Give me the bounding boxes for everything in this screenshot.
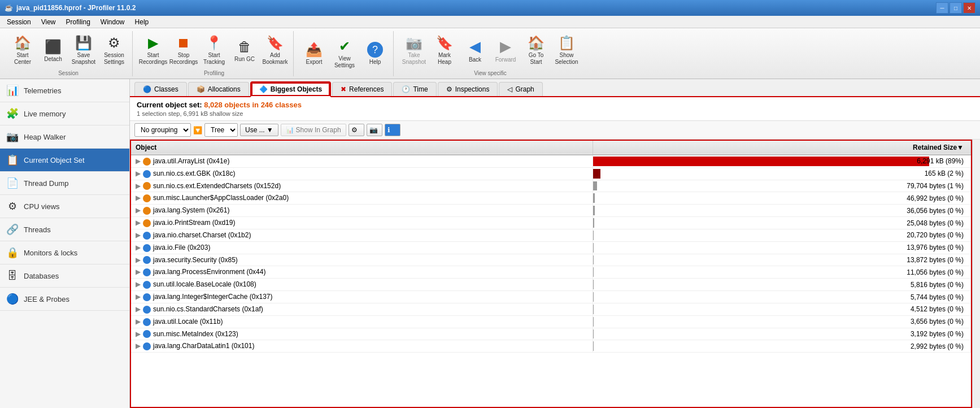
table-row[interactable]: ▶java.lang.CharDataLatin1 (0x101)2,992 b… — [131, 340, 971, 353]
tab-references[interactable]: ✖ References — [332, 82, 392, 96]
view-settings-button[interactable]: ✔ ViewSettings — [330, 36, 359, 72]
menu-window[interactable]: Window — [96, 17, 129, 27]
show-selection-button[interactable]: 📋 ShowSelection — [552, 32, 581, 68]
expand-icon[interactable]: ▶ — [136, 293, 141, 301]
save-snapshot-button[interactable]: 💾 SaveSnapshot — [69, 32, 98, 68]
tab-allocations[interactable]: 📦 Allocations — [188, 82, 249, 96]
settings-icon-button[interactable]: ⚙ — [349, 124, 364, 136]
expand-icon[interactable]: ▶ — [136, 244, 141, 251]
use-label: Use ... — [245, 126, 265, 134]
sidebar-item-live-memory[interactable]: 🧩 Live memory — [0, 102, 129, 125]
size-bar — [593, 255, 594, 265]
sidebar-item-databases[interactable]: 🗄 Databases — [0, 264, 129, 288]
expand-icon[interactable]: ▶ — [136, 219, 141, 227]
tab-classes[interactable]: 🔵 Classes — [134, 82, 187, 96]
run-gc-button[interactable]: 🗑 Run GC — [230, 32, 259, 68]
maximize-button[interactable]: □ — [949, 2, 962, 14]
screenshot-button[interactable]: 📷 — [367, 124, 382, 136]
tab-graph[interactable]: ◁ Graph — [499, 82, 542, 96]
table-row[interactable]: ▶sun.nio.cs.ext.ExtendedCharsets (0x152d… — [131, 180, 971, 192]
menu-help[interactable]: Help — [130, 17, 154, 27]
help-button[interactable]: ? Help — [360, 36, 390, 72]
session-settings-button[interactable]: ⚙ SessionSettings — [99, 32, 129, 68]
tab-inspections[interactable]: ⚙ Inspections — [438, 82, 498, 96]
show-selection-label: ShowSelection — [555, 52, 578, 66]
expand-icon[interactable]: ▶ — [136, 305, 141, 313]
expand-icon[interactable]: ▶ — [136, 194, 141, 202]
toolbar: 🏠 StartCenter ⬛ Detach 💾 SaveSnapshot ⚙ … — [0, 28, 980, 79]
sidebar-item-telemetries[interactable]: 📊 Telemetries — [0, 79, 129, 102]
sidebar-item-jee-probes[interactable]: 🔵 JEE & Probes — [0, 288, 129, 311]
sidebar-item-threads[interactable]: 🔗 Threads — [0, 218, 129, 241]
table-row[interactable]: ▶sun.util.locale.BaseLocale (0x108)5,816… — [131, 279, 971, 291]
stop-recordings-button[interactable]: ⏹ StopRecordings — [169, 32, 198, 68]
expand-icon[interactable]: ▶ — [136, 318, 141, 325]
sidebar-item-thread-dump[interactable]: 📄 Thread Dump — [0, 172, 129, 195]
export-button[interactable]: 📤 Export — [299, 36, 329, 72]
table-row[interactable]: ▶java.io.PrintStream (0xd19)25,048 bytes… — [131, 217, 971, 229]
expand-icon[interactable]: ▶ — [136, 280, 141, 288]
minimize-button[interactable]: ─ — [936, 2, 948, 14]
forward-button[interactable]: ▶ Forward — [491, 32, 520, 68]
expand-icon[interactable]: ▶ — [136, 256, 141, 264]
table-row[interactable]: ▶java.util.Locale (0x11b)3,656 bytes (0 … — [131, 315, 971, 328]
close-button[interactable]: ✕ — [963, 2, 975, 14]
use-button[interactable]: Use ... ▼ — [240, 124, 278, 136]
go-to-start-icon: 🏠 — [528, 35, 545, 51]
table-row[interactable]: ▶sun.misc.Launcher$AppClassLoader (0x2a0… — [131, 192, 971, 205]
take-snapshot-label: TakeSnapshot — [402, 52, 426, 66]
info-icon-button[interactable]: ℹ — [385, 124, 400, 136]
expand-icon[interactable]: ▶ — [136, 157, 141, 165]
expand-icon[interactable]: ▶ — [136, 330, 141, 338]
menu-view[interactable]: View — [37, 17, 60, 27]
expand-icon[interactable]: ▶ — [136, 268, 141, 276]
table-row[interactable]: ▶java.lang.ProcessEnvironment (0x44)11,0… — [131, 266, 971, 279]
mark-heap-button[interactable]: 🔖 MarkHeap — [430, 32, 459, 68]
size-text: 6,291 kB (89%) — [917, 157, 966, 165]
table-row[interactable]: ▶java.nio.charset.Charset (0x1b2)20,720 … — [131, 229, 971, 241]
sidebar-item-current-object-set[interactable]: 📋 Current Object Set — [0, 149, 129, 172]
start-tracking-button[interactable]: 📍 StartTracking — [199, 32, 229, 68]
table-row[interactable]: ▶java.util.ArrayList (0x41e)6,291 kB (89… — [131, 155, 971, 167]
expand-icon[interactable]: ▶ — [136, 182, 141, 190]
take-snapshot-button[interactable]: 📷 TakeSnapshot — [399, 32, 429, 68]
sidebar-item-heap-walker[interactable]: 📷 Heap Walker — [0, 125, 129, 149]
expand-icon[interactable]: ▶ — [136, 231, 141, 239]
view-mode-select[interactable]: Tree List Flat — [204, 123, 238, 137]
run-gc-icon: 🗑 — [238, 39, 251, 55]
grouping-select[interactable]: No grouping By class By package — [134, 123, 191, 137]
menu-profiling[interactable]: Profiling — [62, 17, 95, 27]
menu-session[interactable]: Session — [2, 17, 36, 27]
tab-bar: 🔵 Classes 📦 Allocations 🔷 Biggest Object… — [130, 79, 980, 97]
sidebar-item-cpu-views[interactable]: ⚙ CPU views — [0, 195, 129, 218]
use-dropdown-icon: ▼ — [267, 126, 273, 134]
start-center-button[interactable]: 🏠 StartCenter — [8, 32, 37, 68]
vertical-scrollbar[interactable] — [972, 140, 980, 408]
table-row[interactable]: ▶sun.nio.cs.StandardCharsets (0x1af)4,51… — [131, 303, 971, 315]
stop-recordings-icon: ⏹ — [177, 35, 190, 51]
table-row[interactable]: ▶java.lang.System (0x261)36,056 bytes (0… — [131, 205, 971, 217]
add-bookmark-button[interactable]: 🔖 AddBookmark — [260, 32, 290, 68]
table-row[interactable]: ▶sun.nio.cs.ext.GBK (0x18c)165 kB (2 %) — [131, 167, 971, 180]
back-button[interactable]: ◀ Back — [460, 32, 490, 68]
table-row[interactable]: ▶sun.misc.MetaIndex (0x123)3,192 bytes (… — [131, 328, 971, 340]
expand-icon[interactable]: ▶ — [136, 342, 141, 350]
detach-button[interactable]: ⬛ Detach — [38, 32, 68, 68]
show-in-graph-button[interactable]: 📊 Show In Graph — [281, 124, 346, 136]
tab-biggest-objects[interactable]: 🔷 Biggest Objects — [250, 81, 331, 97]
table-row[interactable]: ▶java.security.Security (0x85)13,872 byt… — [131, 254, 971, 266]
table-row[interactable]: ▶java.lang.Integer$IntegerCache (0x137)5… — [131, 291, 971, 303]
heap-walker-icon: 📷 — [6, 130, 19, 144]
tab-time[interactable]: 🕐 Time — [393, 82, 436, 96]
size-text: 36,056 bytes (0 %) — [907, 207, 966, 215]
table-wrapper[interactable]: Object Retained Size ▼ ▶java.util.ArrayL… — [130, 140, 972, 408]
orange-object-icon — [143, 182, 151, 190]
start-recordings-button[interactable]: ▶ StartRecordings — [138, 32, 168, 68]
expand-icon[interactable]: ▶ — [136, 170, 141, 177]
biggest-objects-tab-label: Biggest Objects — [271, 85, 322, 93]
expand-icon[interactable]: ▶ — [136, 206, 141, 214]
sidebar-item-monitors-locks[interactable]: 🔒 Monitors & locks — [0, 241, 129, 264]
size-bar — [593, 243, 594, 253]
table-row[interactable]: ▶java.io.File (0x203)13,976 bytes (0 %) — [131, 241, 971, 254]
go-to-start-button[interactable]: 🏠 Go ToStart — [521, 32, 551, 68]
